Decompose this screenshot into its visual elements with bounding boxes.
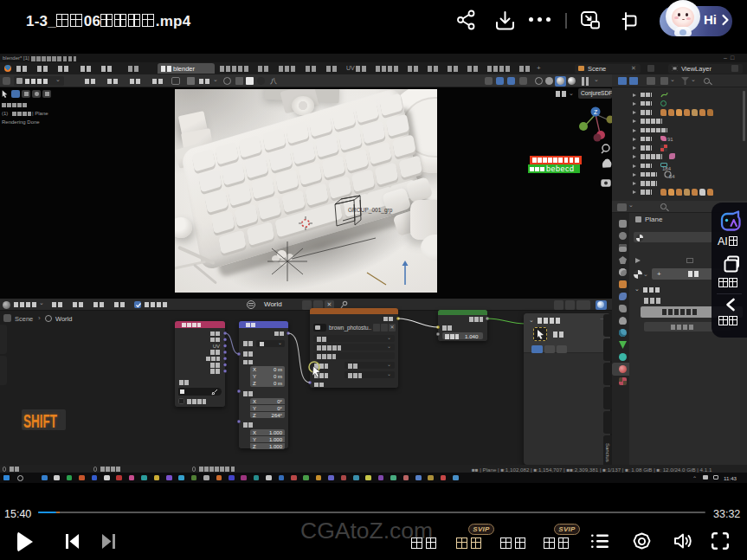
- svg-text:Z: Z: [594, 109, 598, 115]
